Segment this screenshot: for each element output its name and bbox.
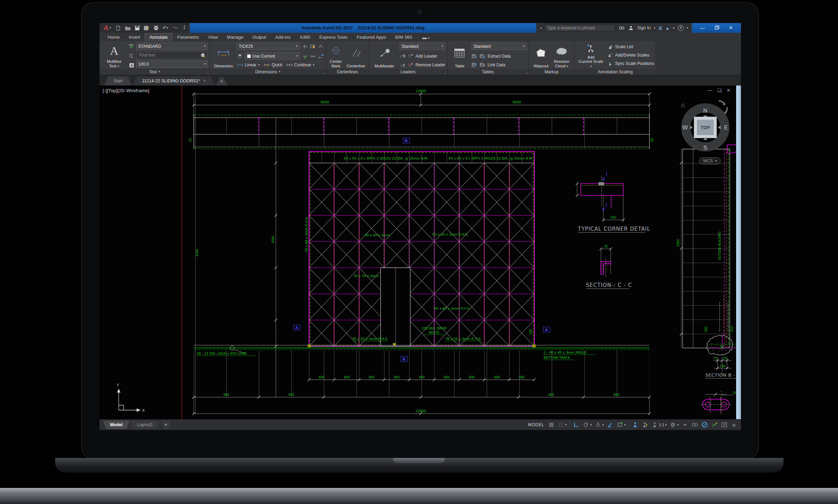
find-text-input[interactable]	[138, 52, 199, 58]
add-leader-button[interactable]: Add Leader	[416, 54, 437, 59]
table-button[interactable]: Table	[449, 42, 470, 69]
drawing-area[interactable]: [-][Top][2D Wireframe]	[100, 86, 741, 419]
text-height-select[interactable]: 100.0▾	[136, 60, 208, 68]
align-leader-icon[interactable]	[399, 62, 406, 68]
ribbon-tab-addins[interactable]: Add-ins	[271, 34, 295, 41]
close-button[interactable]: ×	[729, 24, 733, 31]
dim-override-icon[interactable]	[310, 53, 316, 59]
leaders-dialog-launcher-icon[interactable]: ⌟	[444, 71, 446, 74]
viewport-close-button[interactable]: ✕	[727, 88, 730, 93]
isodraft-icon[interactable]	[595, 422, 602, 428]
linear-caret-icon[interactable]: ▾	[258, 64, 260, 67]
viewcube-north[interactable]: N	[703, 108, 707, 114]
polar-caret-icon[interactable]: ▾	[590, 423, 592, 427]
viewcube-west[interactable]: W	[682, 124, 688, 131]
isodraft-caret-icon[interactable]: ▾	[602, 423, 604, 427]
dim-style-select[interactable]: TICK25▾	[237, 43, 300, 50]
model-space-toggle[interactable]: MODEL	[528, 422, 544, 427]
qat-customize-button[interactable]: ▾	[181, 25, 188, 31]
collapse-search-icon[interactable]: ◂	[540, 27, 542, 30]
center-mark-button[interactable]: CenterMark	[329, 42, 344, 69]
ribbon-tab-view[interactable]: View	[204, 34, 222, 41]
ribbon-tab-parametric[interactable]: Parametric	[172, 34, 204, 41]
a360-icon[interactable]: ▲	[665, 25, 670, 31]
performance-icon[interactable]	[711, 422, 718, 428]
text-style-select[interactable]: STANDARD▾	[136, 43, 208, 50]
help-icon[interactable]: ?	[678, 25, 684, 31]
save-button[interactable]	[134, 25, 140, 31]
ortho-mode-icon[interactable]	[573, 422, 580, 428]
clean-screen-icon[interactable]	[721, 422, 728, 428]
open-button[interactable]	[125, 25, 131, 31]
sign-in-caret-icon[interactable]: ▾	[654, 27, 656, 30]
workspace-caret-icon[interactable]: ▾	[677, 423, 679, 427]
extract-data-button[interactable]: Extract Data	[487, 54, 510, 59]
ribbon-tab-annotate[interactable]: Annotate	[145, 33, 172, 41]
viewport-minimize-button[interactable]: —	[707, 88, 712, 93]
plot-button[interactable]	[153, 25, 159, 31]
tables-dialog-launcher-icon[interactable]: ⌟	[526, 71, 527, 74]
new-drawing-button[interactable]	[115, 25, 122, 31]
object-snap-caret-icon[interactable]: ▾	[624, 423, 626, 427]
dim-update-icon[interactable]	[302, 53, 308, 59]
polar-tracking-icon[interactable]	[582, 422, 589, 428]
a360-caret-icon[interactable]: ▾	[673, 27, 675, 30]
add-current-scale-button[interactable]: AddCurrent Scale ▾	[576, 42, 605, 69]
save-as-button[interactable]	[144, 25, 150, 31]
viewcube-south[interactable]: S	[703, 144, 707, 151]
ribbon-tab-a360[interactable]: A360	[295, 34, 315, 41]
upload-to-source-icon[interactable]	[471, 62, 478, 68]
ribbon-tab-manage[interactable]: Manage	[222, 34, 248, 41]
annotation-scale-caret-icon[interactable]: ▾	[665, 423, 667, 427]
link-data-button[interactable]: Link Data	[487, 62, 505, 67]
check-spelling-icon[interactable]: ABC	[128, 43, 135, 49]
sign-in-button[interactable]: Sign In	[637, 25, 651, 30]
dimensions-dialog-launcher-icon[interactable]: ⌟	[323, 71, 325, 74]
inspect-dimension-icon[interactable]	[309, 44, 316, 49]
download-from-source-icon[interactable]	[471, 53, 478, 59]
vertical-scrollbar[interactable]	[736, 86, 741, 419]
text-align-icon[interactable]: AA	[128, 53, 135, 58]
document-tab[interactable]: J1214-22 SLIDING DOORS1*×	[133, 76, 215, 86]
start-tab[interactable]: Start	[104, 76, 132, 86]
viewport-controls[interactable]: [-][Top][2D Wireframe]	[103, 88, 149, 93]
ribbon-tab-home[interactable]: Home	[103, 34, 124, 41]
undo-button[interactable]: ↶▾	[162, 25, 169, 31]
viewcube-home-icon[interactable]: ⌂	[681, 101, 685, 109]
viewcube-orbit-icon[interactable]	[719, 101, 724, 104]
tables-panel-title[interactable]: Tables	[447, 69, 528, 75]
search-icon[interactable]	[618, 25, 625, 31]
continue-caret-icon[interactable]: ▾	[313, 64, 315, 67]
sync-scale-positions-button[interactable]: Sync Scale Positions	[615, 61, 654, 66]
help-caret-icon[interactable]: ▾	[687, 27, 689, 30]
restore-button[interactable]	[715, 25, 719, 31]
annotation-scale-icon[interactable]	[651, 422, 658, 428]
ribbon-tab-output[interactable]: Output	[248, 34, 271, 41]
text-style-icon[interactable]: A	[128, 62, 135, 68]
remove-leader-button[interactable]: Remove Leader	[416, 62, 445, 67]
annotation-visibility-icon[interactable]	[632, 422, 639, 428]
collect-leader-icon[interactable]	[399, 53, 406, 59]
dimensions-panel-title[interactable]: Dimensions▾	[210, 69, 326, 75]
application-menu-button[interactable]: A ▾	[102, 24, 113, 31]
dim-reassociate-icon[interactable]	[318, 53, 324, 59]
centerlines-panel-title[interactable]: Centerlines	[326, 69, 369, 75]
redo-button[interactable]: ↷▾	[172, 25, 178, 31]
customization-menu-icon[interactable]: ≡	[730, 422, 737, 428]
find-text-field[interactable]: ABC	[136, 52, 208, 59]
multileader-button[interactable]: Multileader	[371, 42, 398, 69]
markup-panel-title[interactable]: Markup	[529, 69, 574, 75]
multileader-style-select[interactable]: Standard▾	[399, 43, 445, 50]
ribbon-tab-express-tools[interactable]: Express Tools	[315, 34, 352, 41]
grid-display-icon[interactable]	[548, 422, 555, 428]
hardware-acceleration-icon[interactable]	[701, 422, 708, 428]
isolate-objects-icon[interactable]	[691, 422, 698, 428]
annotation-scale-value[interactable]: 1:1	[659, 423, 664, 427]
viewcube[interactable]: ⌂ N W E TOP S	[677, 93, 733, 157]
break-dimension-icon[interactable]	[301, 44, 308, 49]
viewport-restore-button[interactable]: ❏	[717, 88, 721, 93]
find-text-icon[interactable]: ABC	[200, 52, 206, 58]
quick-dimension-button[interactable]: Quick	[272, 62, 282, 67]
minimize-button[interactable]: —	[700, 25, 705, 31]
annotation-monitor-icon[interactable]: +	[682, 422, 689, 428]
